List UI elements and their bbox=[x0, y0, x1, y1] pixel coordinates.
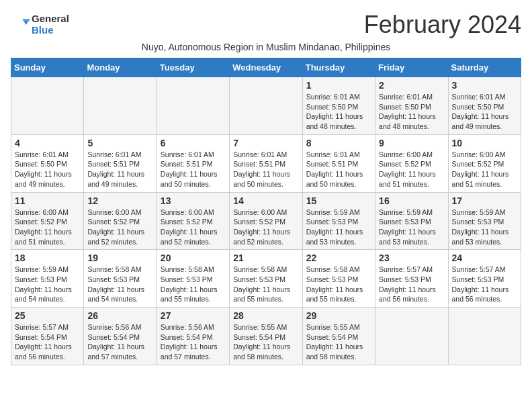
calendar-cell: 9Sunrise: 6:00 AMSunset: 5:52 PMDaylight… bbox=[375, 134, 448, 192]
day-number: 12 bbox=[87, 195, 152, 206]
calendar-cell bbox=[375, 308, 448, 365]
calendar-cell: 3Sunrise: 6:01 AMSunset: 5:50 PMDaylight… bbox=[448, 77, 521, 135]
day-number: 3 bbox=[452, 80, 517, 91]
subtitle: Nuyo, Autonomous Region in Muslim Mindan… bbox=[11, 42, 521, 52]
calendar-cell: 10Sunrise: 6:00 AMSunset: 5:52 PMDayligh… bbox=[448, 134, 521, 192]
day-number: 14 bbox=[233, 195, 298, 206]
header: General Blue February 2024 bbox=[11, 11, 521, 39]
logo-general-text: General bbox=[32, 13, 69, 25]
weekday-header: Friday bbox=[375, 58, 448, 77]
svg-marker-2 bbox=[23, 19, 30, 21]
calendar-cell: 16Sunrise: 5:59 AMSunset: 5:53 PMDayligh… bbox=[375, 192, 448, 250]
weekday-header: Tuesday bbox=[157, 58, 229, 77]
day-number: 1 bbox=[306, 80, 371, 91]
calendar-cell: 2Sunrise: 6:01 AMSunset: 5:50 PMDaylight… bbox=[375, 77, 448, 135]
day-info: Sunrise: 5:57 AMSunset: 5:53 PMDaylight:… bbox=[452, 265, 517, 304]
calendar-header: SundayMondayTuesdayWednesdayThursdayFrid… bbox=[11, 58, 521, 77]
day-number: 5 bbox=[87, 138, 152, 148]
day-info: Sunrise: 5:59 AMSunset: 5:53 PMDaylight:… bbox=[452, 208, 517, 247]
calendar-table: SundayMondayTuesdayWednesdayThursdayFrid… bbox=[11, 58, 521, 365]
day-info: Sunrise: 5:57 AMSunset: 5:54 PMDaylight:… bbox=[15, 322, 80, 362]
day-info: Sunrise: 6:01 AMSunset: 5:51 PMDaylight:… bbox=[233, 150, 298, 189]
day-number: 9 bbox=[379, 138, 444, 148]
day-info: Sunrise: 6:01 AMSunset: 5:50 PMDaylight:… bbox=[379, 92, 444, 132]
day-number: 27 bbox=[161, 310, 226, 321]
calendar-cell: 20Sunrise: 5:58 AMSunset: 5:53 PMDayligh… bbox=[157, 250, 229, 308]
calendar-cell: 11Sunrise: 6:00 AMSunset: 5:52 PMDayligh… bbox=[11, 192, 84, 250]
day-number: 2 bbox=[379, 80, 444, 91]
calendar-cell bbox=[84, 77, 157, 135]
month-title: February 2024 bbox=[364, 11, 521, 39]
title-area: February 2024 bbox=[364, 11, 521, 39]
day-number: 26 bbox=[87, 310, 152, 321]
day-number: 15 bbox=[306, 195, 371, 206]
calendar-cell: 5Sunrise: 6:01 AMSunset: 5:51 PMDaylight… bbox=[84, 134, 157, 192]
day-number: 21 bbox=[233, 253, 298, 263]
day-info: Sunrise: 6:00 AMSunset: 5:52 PMDaylight:… bbox=[233, 208, 298, 247]
day-number: 25 bbox=[15, 310, 80, 321]
calendar-week-row: 4Sunrise: 6:01 AMSunset: 5:50 PMDaylight… bbox=[11, 134, 521, 192]
calendar-cell: 19Sunrise: 5:58 AMSunset: 5:53 PMDayligh… bbox=[84, 250, 157, 308]
day-number: 19 bbox=[87, 253, 152, 263]
calendar-week-row: 1Sunrise: 6:01 AMSunset: 5:50 PMDaylight… bbox=[11, 77, 521, 135]
day-info: Sunrise: 5:57 AMSunset: 5:53 PMDaylight:… bbox=[379, 265, 444, 304]
calendar-cell: 1Sunrise: 6:01 AMSunset: 5:50 PMDaylight… bbox=[302, 77, 375, 135]
calendar-cell: 8Sunrise: 6:01 AMSunset: 5:51 PMDaylight… bbox=[302, 134, 375, 192]
day-number: 7 bbox=[233, 138, 298, 148]
day-number: 10 bbox=[452, 138, 517, 148]
calendar-cell: 18Sunrise: 5:59 AMSunset: 5:53 PMDayligh… bbox=[11, 250, 84, 308]
day-number: 11 bbox=[15, 195, 80, 206]
day-info: Sunrise: 5:55 AMSunset: 5:54 PMDaylight:… bbox=[233, 322, 298, 362]
day-number: 4 bbox=[15, 138, 80, 148]
weekday-header: Sunday bbox=[11, 58, 84, 77]
calendar-cell: 28Sunrise: 5:55 AMSunset: 5:54 PMDayligh… bbox=[230, 308, 302, 365]
calendar-cell bbox=[448, 308, 521, 365]
day-info: Sunrise: 5:56 AMSunset: 5:54 PMDaylight:… bbox=[87, 322, 152, 362]
calendar-cell: 22Sunrise: 5:58 AMSunset: 5:53 PMDayligh… bbox=[302, 250, 375, 308]
day-info: Sunrise: 5:58 AMSunset: 5:53 PMDaylight:… bbox=[161, 265, 226, 304]
day-info: Sunrise: 6:00 AMSunset: 5:52 PMDaylight:… bbox=[15, 208, 80, 247]
day-info: Sunrise: 6:00 AMSunset: 5:52 PMDaylight:… bbox=[379, 150, 444, 189]
weekday-header: Saturday bbox=[448, 58, 521, 77]
day-number: 22 bbox=[306, 253, 371, 263]
day-info: Sunrise: 5:56 AMSunset: 5:54 PMDaylight:… bbox=[161, 322, 226, 362]
day-number: 18 bbox=[15, 253, 80, 263]
day-number: 6 bbox=[161, 138, 226, 148]
calendar-cell: 29Sunrise: 5:55 AMSunset: 5:54 PMDayligh… bbox=[302, 308, 375, 365]
weekday-header: Monday bbox=[84, 58, 157, 77]
day-info: Sunrise: 6:01 AMSunset: 5:50 PMDaylight:… bbox=[306, 92, 371, 132]
calendar-cell bbox=[157, 77, 229, 135]
logo-icon bbox=[11, 15, 30, 34]
day-number: 8 bbox=[306, 138, 371, 148]
calendar-cell: 24Sunrise: 5:57 AMSunset: 5:53 PMDayligh… bbox=[448, 250, 521, 308]
day-info: Sunrise: 6:01 AMSunset: 5:51 PMDaylight:… bbox=[161, 150, 226, 189]
calendar-cell: 26Sunrise: 5:56 AMSunset: 5:54 PMDayligh… bbox=[84, 308, 157, 365]
calendar-cell bbox=[230, 77, 302, 135]
svg-rect-0 bbox=[11, 15, 30, 34]
calendar-cell bbox=[11, 77, 84, 135]
day-info: Sunrise: 5:55 AMSunset: 5:54 PMDaylight:… bbox=[306, 322, 371, 362]
day-number: 17 bbox=[452, 195, 517, 206]
day-info: Sunrise: 5:58 AMSunset: 5:53 PMDaylight:… bbox=[87, 265, 152, 304]
day-number: 24 bbox=[452, 253, 517, 263]
calendar-body: 1Sunrise: 6:01 AMSunset: 5:50 PMDaylight… bbox=[11, 77, 521, 365]
day-number: 13 bbox=[161, 195, 226, 206]
calendar-cell: 13Sunrise: 6:00 AMSunset: 5:52 PMDayligh… bbox=[157, 192, 229, 250]
day-info: Sunrise: 6:01 AMSunset: 5:51 PMDaylight:… bbox=[87, 150, 152, 189]
weekday-row: SundayMondayTuesdayWednesdayThursdayFrid… bbox=[11, 58, 521, 77]
day-number: 23 bbox=[379, 253, 444, 263]
day-info: Sunrise: 6:01 AMSunset: 5:50 PMDaylight:… bbox=[15, 150, 80, 189]
logo-blue-text: Blue bbox=[32, 25, 69, 36]
day-info: Sunrise: 6:00 AMSunset: 5:52 PMDaylight:… bbox=[161, 208, 226, 247]
calendar-cell: 7Sunrise: 6:01 AMSunset: 5:51 PMDaylight… bbox=[230, 134, 302, 192]
calendar-cell: 27Sunrise: 5:56 AMSunset: 5:54 PMDayligh… bbox=[157, 308, 229, 365]
weekday-header: Thursday bbox=[302, 58, 375, 77]
day-info: Sunrise: 6:00 AMSunset: 5:52 PMDaylight:… bbox=[452, 150, 517, 189]
calendar-cell: 23Sunrise: 5:57 AMSunset: 5:53 PMDayligh… bbox=[375, 250, 448, 308]
calendar-week-row: 11Sunrise: 6:00 AMSunset: 5:52 PMDayligh… bbox=[11, 192, 521, 250]
day-number: 16 bbox=[379, 195, 444, 206]
day-number: 20 bbox=[161, 253, 226, 263]
calendar-cell: 15Sunrise: 5:59 AMSunset: 5:53 PMDayligh… bbox=[302, 192, 375, 250]
calendar-cell: 14Sunrise: 6:00 AMSunset: 5:52 PMDayligh… bbox=[230, 192, 302, 250]
calendar-cell: 25Sunrise: 5:57 AMSunset: 5:54 PMDayligh… bbox=[11, 308, 84, 365]
